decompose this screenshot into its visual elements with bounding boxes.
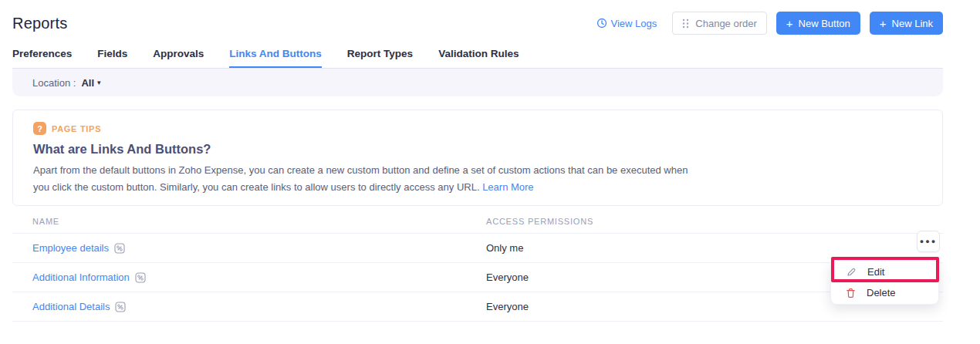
link-badge-icon bbox=[115, 302, 126, 312]
view-logs-link[interactable]: View Logs bbox=[596, 18, 657, 29]
tab-fields[interactable]: Fields bbox=[97, 48, 127, 68]
page-tips-header: ? PAGE TIPS bbox=[33, 122, 924, 135]
new-button-label: New Button bbox=[799, 18, 850, 29]
tips-body: Apart from the default buttons in Zoho E… bbox=[33, 162, 695, 196]
change-order-button[interactable]: Change order bbox=[672, 12, 767, 35]
tab-approvals[interactable]: Approvals bbox=[153, 48, 204, 68]
row-actions-menu: Edit Delete bbox=[830, 260, 939, 305]
menu-item-delete[interactable]: Delete bbox=[831, 282, 938, 303]
caret-down-icon: ▾ bbox=[97, 79, 101, 86]
page-header: Reports View Logs Change order + New But… bbox=[12, 0, 943, 36]
location-label: Location : bbox=[32, 77, 76, 89]
edit-label: Edit bbox=[867, 266, 884, 278]
column-header-access-permissions: ACCESS PERMISSIONS bbox=[486, 217, 943, 226]
plus-icon: + bbox=[880, 18, 887, 29]
location-dropdown[interactable]: All ▾ bbox=[81, 77, 100, 89]
new-link-label: New Link bbox=[892, 18, 933, 29]
tab-links-and-buttons[interactable]: Links And Buttons bbox=[229, 48, 322, 68]
ellipsis-icon: ●●● bbox=[920, 238, 937, 245]
new-link-button[interactable]: + New Link bbox=[870, 12, 943, 35]
page-tips-label: PAGE TIPS bbox=[52, 124, 101, 133]
access-permission-value: Only me bbox=[486, 242, 943, 254]
row-name-link[interactable]: Additional Information bbox=[32, 271, 486, 283]
row-name-link[interactable]: Employee details bbox=[32, 242, 486, 254]
question-badge-icon: ? bbox=[33, 122, 46, 135]
learn-more-link[interactable]: Learn More bbox=[482, 181, 533, 193]
tab-report-types[interactable]: Report Types bbox=[347, 48, 413, 68]
location-value: All bbox=[81, 77, 94, 89]
menu-item-edit[interactable]: Edit bbox=[831, 261, 938, 282]
view-logs-label: View Logs bbox=[611, 18, 657, 29]
table-row: Additional Details Everyone bbox=[12, 292, 943, 322]
header-actions: View Logs Change order + New Button + Ne… bbox=[596, 12, 943, 35]
link-badge-icon bbox=[135, 272, 146, 283]
tab-preferences[interactable]: Preferences bbox=[12, 48, 72, 68]
tab-validation-rules[interactable]: Validation Rules bbox=[438, 48, 519, 68]
clock-icon bbox=[596, 18, 607, 29]
link-badge-icon bbox=[114, 243, 125, 254]
page-tips-card: ? PAGE TIPS What are Links And Buttons? … bbox=[12, 110, 943, 206]
location-filter-bar: Location : All ▾ bbox=[12, 68, 943, 96]
trash-icon bbox=[846, 288, 856, 298]
tips-heading: What are Links And Buttons? bbox=[33, 142, 924, 157]
page-title: Reports bbox=[12, 15, 67, 32]
change-order-label: Change order bbox=[695, 18, 757, 29]
table-row: Additional Information Everyone bbox=[12, 263, 943, 292]
plus-icon: + bbox=[786, 18, 793, 29]
reports-settings-page: Reports View Logs Change order + New But… bbox=[0, 0, 980, 344]
links-buttons-table: NAME ACCESS PERMISSIONS Employee details… bbox=[12, 209, 943, 322]
drag-handle-icon bbox=[682, 19, 689, 29]
tab-bar: Preferences Fields Approvals Links And B… bbox=[12, 48, 943, 68]
new-button-button[interactable]: + New Button bbox=[776, 12, 860, 35]
tips-body-text: Apart from the default buttons in Zoho E… bbox=[33, 164, 688, 193]
table-row: Employee details Only me bbox=[12, 234, 943, 263]
column-header-name: NAME bbox=[12, 217, 486, 226]
row-actions-button[interactable]: ●●● bbox=[917, 231, 940, 252]
delete-label: Delete bbox=[867, 287, 896, 298]
row-name-link[interactable]: Additional Details bbox=[32, 301, 486, 312]
table-header-row: NAME ACCESS PERMISSIONS bbox=[12, 209, 943, 234]
pencil-icon bbox=[846, 267, 857, 278]
